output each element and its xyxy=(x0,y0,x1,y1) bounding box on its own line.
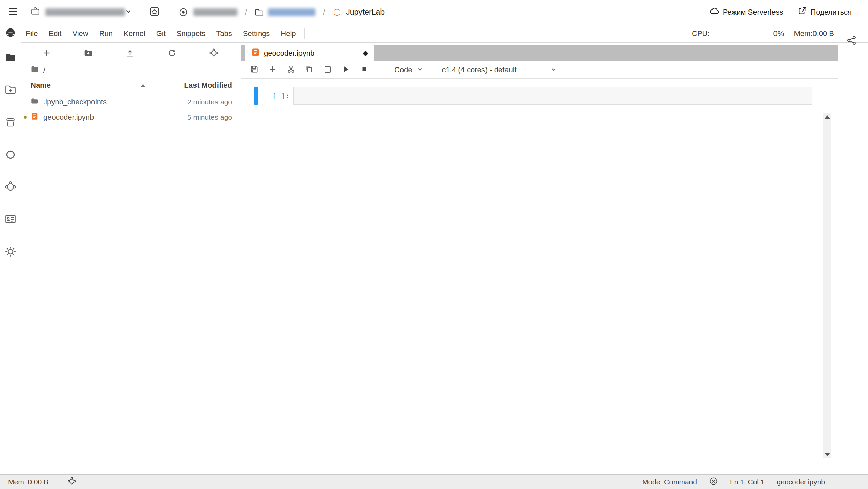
home-button[interactable] xyxy=(149,6,160,18)
upload-button[interactable] xyxy=(125,48,135,59)
sidebar-tab-snippets[interactable] xyxy=(2,211,19,228)
file-row-geocoder[interactable]: geocoder.ipynb 5 minutes ago xyxy=(21,110,240,125)
datasphere-logo-icon xyxy=(2,24,19,41)
cell-type-dropdown[interactable]: Code xyxy=(394,65,423,74)
workspace-name-redacted xyxy=(45,8,125,16)
copy-cells-button[interactable] xyxy=(305,65,314,74)
unsaved-changes-dot[interactable] xyxy=(363,51,368,56)
save-icon xyxy=(250,65,259,75)
scroll-down-arrow-icon[interactable] xyxy=(825,453,830,456)
cursor-position[interactable]: Ln 1, Col 1 xyxy=(730,478,765,486)
file-modified: 2 minutes ago xyxy=(187,98,240,106)
bucket-icon xyxy=(4,116,17,129)
paste-icon xyxy=(323,65,332,75)
menu-edit[interactable]: Edit xyxy=(43,24,67,42)
folder-icon xyxy=(30,65,39,76)
path-separator: / xyxy=(323,8,325,17)
org-circle-icon[interactable] xyxy=(179,7,188,17)
sidebar-tab-buckets[interactable] xyxy=(2,114,19,131)
tab-geocoder-ipynb[interactable]: geocoder.ipynb xyxy=(245,45,374,61)
folder-filled-icon xyxy=(4,51,17,64)
file-row-checkpoints[interactable]: .ipynb_checkpoints 2 minutes ago xyxy=(21,94,240,110)
name-column-label: Name xyxy=(30,81,51,90)
notebook-icon xyxy=(30,112,39,122)
folder-icon[interactable] xyxy=(254,7,264,17)
project-id-redacted[interactable] xyxy=(268,8,315,16)
active-cell-collapser[interactable] xyxy=(254,87,258,105)
cut-cells-button[interactable] xyxy=(287,65,295,74)
plus-icon xyxy=(268,65,277,75)
scroll-up-arrow-icon[interactable] xyxy=(825,115,830,119)
cpu-usage-meter xyxy=(715,28,759,39)
sidebar-tab-settings[interactable] xyxy=(2,244,19,260)
workspace-switcher[interactable] xyxy=(30,6,132,18)
new-launcher-button[interactable] xyxy=(42,48,51,59)
home-icon xyxy=(149,6,160,18)
refresh-button[interactable] xyxy=(167,48,177,59)
jupyterlab-label: JupyterLab xyxy=(346,7,385,17)
menu-view[interactable]: View xyxy=(67,24,94,42)
menu-kernel[interactable]: Kernel xyxy=(118,24,151,42)
breadcrumb: / / JupyterLab xyxy=(171,7,385,17)
share-graph-button[interactable] xyxy=(846,35,857,47)
id-card-icon xyxy=(4,213,17,226)
menu-file[interactable]: File xyxy=(20,24,43,42)
notebook-scrollbar[interactable] xyxy=(823,113,831,458)
notebook-icon xyxy=(251,48,260,59)
folder-plus-icon xyxy=(4,84,17,97)
serverless-mode-button[interactable]: Режим Serverless xyxy=(709,6,783,18)
sidebar-tab-running-sessions[interactable] xyxy=(2,147,19,163)
cell-editor-input[interactable] xyxy=(293,87,812,105)
column-header-modified[interactable]: Last Modified xyxy=(157,77,240,94)
share-button[interactable]: Поделиться xyxy=(797,6,852,18)
save-button[interactable] xyxy=(250,65,259,74)
column-header-name[interactable]: Name xyxy=(21,77,157,94)
sort-ascending-icon xyxy=(141,84,145,87)
kernel-selector[interactable]: c1.4 (4 cores) - default xyxy=(442,65,557,74)
cell-prompt: [ ]: xyxy=(258,92,293,100)
sidebar-tab-new-folder[interactable] xyxy=(2,82,19,98)
menu-run[interactable]: Run xyxy=(94,24,118,42)
kernel-status-icon xyxy=(709,477,718,487)
sidebar-tab-git[interactable] xyxy=(2,179,19,195)
file-browser-toolbar xyxy=(21,43,240,64)
insert-cell-button[interactable] xyxy=(268,65,277,74)
stop-kernel-button[interactable] xyxy=(360,65,369,74)
run-cell-button[interactable] xyxy=(342,65,350,74)
file-browser-breadcrumb[interactable]: / xyxy=(21,64,240,77)
ring-icon xyxy=(4,149,17,162)
paste-cells-button[interactable] xyxy=(323,65,332,74)
share-label: Поделиться xyxy=(811,8,852,17)
menu-git[interactable]: Git xyxy=(151,24,171,42)
mem-status: Mem: 0.00 B xyxy=(8,478,48,486)
serverless-label: Режим Serverless xyxy=(723,8,783,17)
git-diamond-icon xyxy=(209,48,219,59)
mem-indicator: Mem:0.00 B xyxy=(794,29,834,38)
file-modified: 5 minutes ago xyxy=(187,113,240,121)
git-diamond-icon xyxy=(67,477,76,487)
command-mode-indicator[interactable]: Mode: Command xyxy=(642,478,697,486)
plus-icon xyxy=(42,48,51,59)
file-name: .ipynb_checkpoints xyxy=(43,98,107,106)
cpu-percent: 0% xyxy=(773,29,784,38)
divider xyxy=(790,7,790,18)
briefcase-icon xyxy=(30,6,40,18)
file-browser-panel: / Name Last Modified .ipynb_checkpoints … xyxy=(21,43,240,474)
menu-help[interactable]: Help xyxy=(275,24,301,42)
menu-snippets[interactable]: Snippets xyxy=(171,24,211,42)
notebook-toolbar: Code c1.4 (4 cores) - default xyxy=(241,61,838,79)
git-clone-button[interactable] xyxy=(209,48,219,59)
code-cell: [ ]: xyxy=(254,87,812,105)
new-folder-button[interactable] xyxy=(84,48,93,59)
menu-settings[interactable]: Settings xyxy=(237,24,275,42)
divider xyxy=(789,28,789,39)
hamburger-menu-button[interactable] xyxy=(8,6,18,18)
status-right: Mode: Command Ln 1, Col 1 geocoder.ipynb xyxy=(642,477,825,487)
sidebar-tab-files[interactable] xyxy=(2,50,19,66)
folder-name-redacted[interactable] xyxy=(193,8,237,16)
hamburger-icon xyxy=(8,6,18,18)
file-list-header: Name Last Modified xyxy=(21,77,240,94)
left-activity-bar xyxy=(0,24,21,474)
menu-tabs[interactable]: Tabs xyxy=(211,24,237,42)
modified-dot xyxy=(24,116,27,119)
